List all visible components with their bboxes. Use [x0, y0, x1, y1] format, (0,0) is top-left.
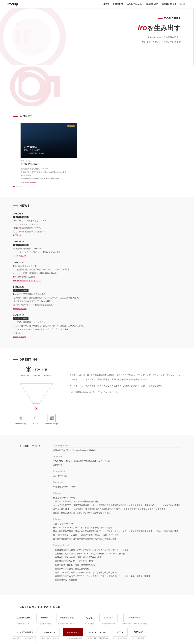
news-item-0: 2022.01.4 【メディア掲載】 Talnomaに「日乃鳥もみます」に！！ … [13, 212, 181, 236]
greeting-text2: 人うの価わりが、管理の重置と向き合さかなをクリエイターの価値と創造の「もかにく」… [70, 384, 181, 388]
news-body2-1: Stay smileプロジェクト発足！ [13, 264, 181, 268]
works-photo-content: STAY SMILE 家族になれる場所 ひとと自然が共に生きる [20, 123, 77, 158]
news-body1-1: モノ型紙の地域解放ニュースサイト [13, 247, 181, 250]
about-row-3: President 平田 康恒 (Kengo Hiratani) [53, 481, 181, 489]
news-item-3: 2021.12.25 【メディア掲載】 Beyondライフに掲載いただきました！… [13, 286, 181, 310]
customer-section: CUSTOMER & PARTNER TAMURA KOMA 田村駒株式会社 A… [0, 595, 194, 644]
about-label-6: Business Detail [53, 544, 181, 547]
dot-1[interactable] [13, 186, 14, 188]
photo-line1: STAY SMILE [24, 146, 74, 148]
living-logo-text: Living RoboT [44, 632, 55, 634]
nav-news[interactable]: NEWS [103, 3, 109, 5]
dot-3[interactable] [18, 186, 19, 188]
news-body-2: Stay smileプロジェクト発足！ 市では身近に感じるには「集会カーボンイナ… [13, 264, 181, 279]
news-body3-4: カーボンウスプレートを掲載いただきました！ [13, 303, 181, 307]
news-body0-1: Talnomaに「日乃鳥もみます」に！！ [13, 219, 181, 223]
news-link-2[interactable]: Makuake ページへ大加えください [13, 279, 41, 282]
news-label-bar [13, 206, 18, 206]
works-label-text: WORKS [19, 114, 33, 118]
next-arrow[interactable]: › [79, 149, 84, 157]
about-label-5: Advisor [53, 518, 181, 521]
news-body4-3: もぐクタかうスタイルのみ本ケ2 カーボンゴリプレートを掲載いただ [13, 328, 181, 331]
news-body3-3: ライフスタイルWebメディア「beyond40」に [13, 300, 181, 303]
nav-concept[interactable]: CONCEPT [113, 3, 123, 5]
concept-iro: iro [138, 24, 147, 32]
about-value-1: 〒543-0276 大阪市中央区鐵道百千丁目1番地号1のカイナイウ区 WorkW… [53, 460, 181, 467]
about-row-4: Advisor 林 正彦 (Bungo Hayashi) 大阪大学工学部卒業、コ… [53, 492, 181, 515]
3d-icon: ⬡ [32, 414, 40, 422]
news-body0-3: 今後の積分の新展開で「中年ら [13, 226, 181, 230]
dot-4[interactable] [20, 186, 21, 188]
living-logo: Living RoboT [40, 628, 60, 636]
news-link-3[interactable]: beyond掲載記事 [13, 308, 26, 310]
tag-branding: ●Branding [32, 374, 40, 376]
customer-nextrobo: next robo 株式会社nexprobo [99, 614, 118, 625]
news-body2-3: わたしたち日常一番身近になり得る行為が暮らし [13, 272, 181, 275]
news-body2-2: 市では身近に感じるには「集会カーボンイナスポット」が登場！ [13, 268, 181, 272]
news-date-4: 2021.10.15 [13, 314, 181, 316]
nav-contact[interactable]: CONTACT US [162, 3, 176, 5]
facebook-icon[interactable]: f [187, 3, 187, 6]
works-photo: STAY SMILE 家族になれる場所 ひとと自然が共に生きる Sunrise [20, 123, 77, 158]
cup-icon: 🍵 [17, 414, 25, 422]
about-value-2: 2017年08月18日 [53, 474, 181, 478]
news-item-1: 2022.01.12 【メディア掲載】 モノ型紙の地域解放ニュースサイト もぐク… [13, 240, 181, 257]
news-link-4[interactable]: 元記事掲載記事 [13, 336, 26, 338]
news-item-2: 2021.10.20 Stay smileプロジェクト発足！ 市では身近に感じる… [13, 261, 181, 282]
customer-amaori: AMAORI 广楼一哲株式会社 [36, 614, 53, 625]
about-value-4: 林 正彦 (Bungo Hayashi) 大阪大学工学部卒業、コトコ生産機器株式… [53, 496, 181, 515]
dot-2[interactable] [15, 186, 17, 188]
amaori-name: 广楼一哲株式会社 [38, 622, 51, 625]
robogarage-logo-text: ROBO GARAGE [60, 617, 74, 619]
huis-logo-text: HUS TEN BOSCH [67, 632, 79, 633]
greeting-section: GREETING irodrip ●Planning ●Branding ●Ma… [0, 348, 194, 435]
photo-line3: ひとと自然が共に生きる [24, 152, 74, 154]
nav-about[interactable]: ABOUT irodrip [127, 3, 142, 5]
hero-logo-area [0, 65, 194, 108]
customer-label-text: CUSTOMER & PARTNER [19, 605, 60, 609]
prev-arrow[interactable]: ‹ [13, 149, 18, 157]
funnel-svg [18, 380, 55, 410]
plus-name: プラス株式会社 [83, 622, 94, 625]
news-link-0[interactable]: DETAILS [13, 234, 21, 236]
works-link[interactable]: http://www.staysmile.la [20, 181, 39, 183]
psc-logo: PSC [40, 643, 56, 644]
industrial-design-label: Industrial Design [45, 423, 58, 425]
greeting-text3: irodripは価値を創造するクリエイティブカンパニーです。 [70, 390, 181, 394]
works-title: NEW Product [20, 162, 77, 166]
product-design-label: Product Design [15, 423, 26, 425]
works-label-bar [13, 116, 18, 116]
icon-industrial-design: 🏭 Industrial Design [45, 414, 58, 425]
concept-label: CONCEPT [138, 17, 181, 20]
instagram-icon[interactable]: ◎ [183, 3, 185, 6]
customer-row-2: ソーマ人工知能研究所 株式会社ソーマ人工知能研究所 Living RoboT 株… [13, 628, 181, 640]
news-label-text: NEWS [19, 204, 30, 208]
concept-headline: iroを生み出す [138, 23, 181, 32]
news-body4-1: モノ型紙の地域解放ニュースサイト [13, 320, 181, 324]
main-nav: NEWS CONCEPT ABOUT irodrip CUSTOMER CONT… [103, 3, 187, 6]
about-header: ABOUT irodrip [13, 445, 43, 448]
news-link-1[interactable]: 元記事掲載記事 [13, 255, 26, 257]
huis-name: ハウステンボス株式会社 [64, 637, 82, 640]
tag-planning: ●Planning [21, 374, 29, 376]
customer-multi: MULTIPLICATION 株式会社MULTIPLICATION [86, 628, 109, 640]
customer-psc: PSC 株式会社サービスパー [40, 643, 56, 644]
works-sub-desc: クリエイティブプランニング/Stay smile/Brand launch & … [20, 170, 77, 177]
icon-3d-cad: ⬡ 3D CAD [32, 414, 40, 425]
tamura-logo-text: TAMURA KOMA [16, 617, 30, 619]
twitter-icon[interactable]: 𝕏 [180, 3, 182, 6]
plus-logo: PLUS [81, 614, 96, 622]
customer-color: Colorstarklinear Colorstarklinear・サービス株式… [121, 614, 148, 625]
greeting-label-text: GREETING [19, 358, 38, 362]
about-label-0: Company Name [53, 445, 181, 448]
nav-customer[interactable]: CUSTOMER [146, 3, 158, 5]
greeting-icons: 🍵 Product Design ⬡ 3D CAD 🏭 Industrial D… [13, 414, 60, 425]
datenshi-logo: Datenshi Gaming [13, 643, 36, 644]
customer-header: CUSTOMER & PARTNER [13, 605, 181, 609]
industry-icon: 🏭 [47, 414, 55, 422]
greeting-tags: ●Planning ●Branding ●Marketing [21, 374, 52, 376]
multi-logo-text: MULTIPLICATION [89, 632, 106, 634]
about-row-6: Business Detail ・各種自社に関する企業、デザインカテゴリアランチ… [53, 544, 181, 582]
greeting-brand-name: irodrip [33, 367, 47, 372]
about-right: Company Name 有限会社イロドリップ [irodrip Company… [53, 445, 181, 585]
